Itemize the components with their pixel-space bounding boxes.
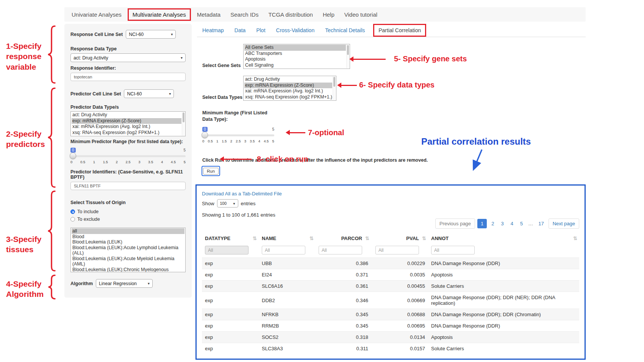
list-item[interactable]: Blood [72,234,184,240]
filter-name-input[interactable] [262,246,305,254]
tick-label: 0.5 [80,160,85,164]
next-page-button[interactable]: Next page [549,218,579,229]
previous-page-button[interactable]: Previous page [435,218,475,229]
run-button[interactable]: Run [203,168,219,175]
column-header-annot[interactable]: ANNOT⇅ [428,232,579,244]
slider-handle[interactable] [202,132,208,138]
cell-parcor: 0.386 [316,258,371,269]
slider-track[interactable] [202,134,274,136]
tick-label: 0 [70,160,72,164]
algorithm-select[interactable]: Linear Regression ▾ [96,279,153,288]
list-item[interactable]: All Gene Sets [244,45,346,51]
tab-cross-validation[interactable]: Cross-Validation [271,24,320,37]
nav-search-ids[interactable]: Search IDs [225,8,263,21]
cell-annot: DNA Damage Response (DDR); DDR (NER); DD… [428,292,579,309]
annotation-step6: 6- Specify data types [359,80,435,90]
cell-pval: 0.00669 [371,292,428,309]
column-header-parcor[interactable]: PARCOR⇅ [316,232,371,244]
scrollbar-thumb[interactable] [183,112,184,122]
list-item[interactable]: Blood:Leukemia (LEUK):Acute Lymphoid Leu… [72,245,184,256]
tissue-include-label: To include [77,209,98,214]
list-item[interactable]: exp: mRNA Expression (Z-Score) [244,83,332,89]
page-button-5[interactable]: 5 [518,219,525,228]
entries-count-select[interactable]: 100 ▾ [217,199,238,208]
tab-partial-correlation[interactable]: Partial Correlation [373,24,426,37]
list-item[interactable]: all [72,228,184,234]
page-button-17[interactable]: 17 [536,219,546,228]
table-row: exp UBB 0.386 0.00229 DNA Damage Respons… [202,258,579,269]
filter-pval-input[interactable] [375,246,419,254]
list-item[interactable]: ABC Transporters [244,51,346,57]
min-range-label-line2: Data Type): [202,116,586,123]
list-item[interactable]: act: Drug Activity [72,112,181,118]
tab-data[interactable]: Data [229,24,251,37]
tab-heatmap[interactable]: Heatmap [197,24,229,37]
list-item[interactable]: exp: mRNA Expression (Z-Score) [72,118,181,124]
chevron-down-icon: ▾ [171,32,173,36]
column-header-name[interactable]: NAME⇅ [259,232,316,244]
tick-label: 4 [161,160,163,164]
list-item[interactable]: Blood:Leukemia (LEUK):Chronic Myelogenou… [72,267,184,273]
list-item[interactable]: Cell Signaling [244,62,346,69]
scrollbar[interactable] [182,112,185,136]
page-button-4[interactable]: 4 [508,219,516,228]
list-item[interactable]: act: Drug Activity [244,76,332,83]
nav-tcga-distribution[interactable]: TCGA distribution [263,8,318,21]
column-header-pval[interactable]: PVAL⇅ [371,232,428,244]
data-types-label: Select Data Types [202,95,243,101]
list-item[interactable]: xai: mRNA Expression (Avg. log2 Int.) [244,88,332,94]
table-row: exp NFRKB 0.345 0.00688 DNA Damage Respo… [202,309,579,320]
scrollbar-thumb[interactable] [333,77,335,87]
tick-label: 4 [258,139,260,143]
predictor-identifiers-input[interactable] [70,182,186,190]
nav-video-tutorial[interactable]: Video tutorial [339,8,382,21]
sort-icon[interactable]: ⇅ [253,236,257,241]
tick-label: 1 [216,139,218,143]
page-button-3[interactable]: 3 [499,219,506,228]
column-header-datatype[interactable]: DATATYPE⇅ [202,232,259,244]
nav-univariate-analyses[interactable]: Univariate Analyses [67,8,127,21]
list-item[interactable]: Blood:Leukemia (LEUK):Acute Myeloid Leuk… [72,256,184,267]
sort-icon[interactable]: ⇅ [365,236,369,241]
response-identifier-input[interactable] [70,73,186,81]
predictor-cell-line-set-select[interactable]: NCI-60 ▾ [124,89,174,98]
page-button-1[interactable]: 1 [477,219,487,228]
response-data-type-select[interactable]: act: Drug Activity ▾ [70,53,186,62]
annotation-step3: 3-Specify tissues [6,234,49,255]
tab-technical-details[interactable]: Technical Details [320,24,370,37]
filter-parcor-input[interactable] [319,246,362,254]
annotation-step1: 1-Specify response variable [6,41,49,72]
slider-handle[interactable] [70,153,76,159]
scrollbar[interactable] [346,45,349,68]
sort-icon[interactable]: ⇅ [422,236,426,241]
sort-icon[interactable]: ⇅ [309,236,314,241]
tissue-listbox: all Blood Blood:Leukemia (LEUK) Blood:Le… [70,228,186,272]
column-label: PVAL [406,236,419,241]
filter-annot-input[interactable] [431,246,475,254]
tissue-exclude-radio[interactable]: To exclude [70,215,186,223]
list-item[interactable]: xai: mRNA Expression (Avg. log2 Int.) [72,124,181,130]
nav-help[interactable]: Help [318,8,339,21]
predictor-cell-line-set-value: NCI-60 [127,91,142,97]
sort-icon[interactable]: ⇅ [573,236,577,241]
response-cell-line-set-select[interactable]: NCI-60 ▾ [126,30,176,39]
nav-metadata[interactable]: Metadata [192,8,226,21]
page-button-2[interactable]: 2 [489,219,496,228]
cell-name: NFRKB [259,309,316,320]
list-item[interactable]: xsq: RNA-seq Expression (log2 FPKM+1.) [244,94,332,100]
scrollbar[interactable] [333,76,336,100]
slider-track[interactable] [70,155,186,157]
radio-icon [70,217,75,222]
chevron-down-icon: ▾ [181,56,183,60]
nav-multivariate-analyses[interactable]: Multivariate Analyses [128,8,191,21]
list-item[interactable]: Blood:Leukemia (LEUK) [72,239,184,245]
list-item[interactable]: xsq: RNA-seq Expression (log2 FPKM+1.) [72,130,181,136]
tissue-include-radio[interactable]: To include [70,208,186,215]
cell-annot: DNA Damage Response (DDR) [428,258,579,269]
scrollbar-thumb[interactable] [347,45,349,55]
column-label: PARCOR [341,236,362,241]
tab-plot[interactable]: Plot [251,24,270,37]
download-all-link[interactable]: Download All as a Tab-Delimited File [202,191,282,197]
list-item[interactable]: Apoptosis [244,56,346,62]
filter-datatype-input[interactable] [205,246,249,254]
